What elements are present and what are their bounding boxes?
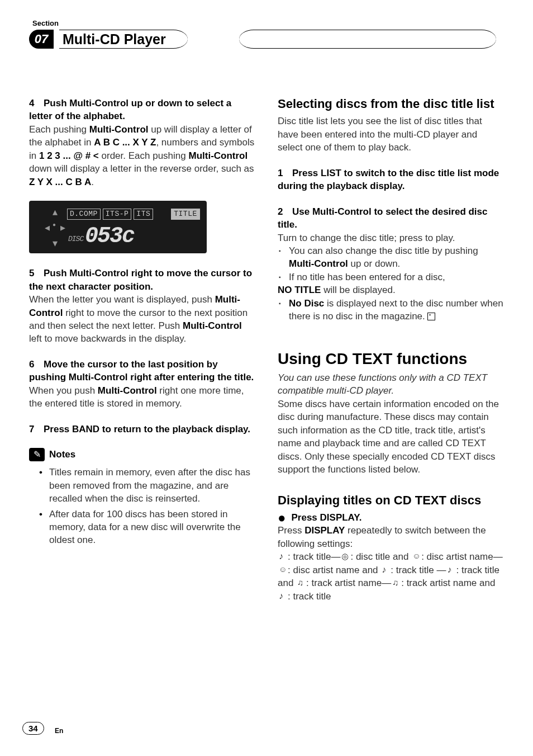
page: Section 07 Multi-CD Player 4Push Multi-C… — [0, 0, 533, 756]
page-title: Multi-CD Player — [63, 31, 166, 48]
text: : track artist name and — [401, 578, 495, 588]
bold: Z Y X ... C B A — [29, 177, 91, 187]
artist-icon — [278, 565, 288, 575]
pencil-icon: ✎ — [29, 448, 45, 461]
column-left: 4Push Multi-Control up or down to select… — [29, 97, 255, 603]
step-body: When the letter you want is displayed, p… — [29, 293, 255, 346]
arrow-left-icon: ◂ — [45, 221, 50, 235]
bold: A B C ... X Y Z — [94, 137, 156, 148]
notes-label: Notes — [49, 448, 75, 461]
lcd-big-text: 053c — [85, 221, 134, 252]
text: You can also change the disc title by pu… — [289, 245, 478, 256]
section-number-badge: 07 — [29, 30, 54, 49]
list-item: Titles remain in memory, even after the … — [39, 466, 255, 505]
step-press-display: ● Press DISPLAY. — [278, 511, 504, 524]
content-columns: 4Push Multi-Control up or down to select… — [29, 97, 504, 603]
header-line-left: Multi-CD Player — [59, 30, 188, 49]
step-number: 1 — [278, 167, 292, 179]
text: up or down. — [348, 258, 401, 269]
step-number: 2 — [278, 205, 292, 218]
text: : track title— — [288, 551, 340, 562]
header-line-right — [239, 30, 496, 49]
dot-icon: ● — [53, 221, 56, 229]
arrow-down-icon: ▾ — [53, 237, 58, 251]
lcd-disc-label: DISC — [68, 234, 83, 244]
track-artist-icon — [391, 578, 401, 588]
step-5: 5Push Multi-Control right to move the cu… — [29, 267, 255, 346]
step-4: 4Push Multi-Control up or down to select… — [29, 97, 255, 188]
bold: Multi-Control — [89, 124, 149, 135]
note-icon — [278, 591, 288, 601]
bold: No Disc — [289, 298, 324, 309]
no-title-line: NO TITLE will be displayed. — [278, 284, 504, 296]
notes-header: ✎ Notes — [29, 448, 255, 461]
text: When the letter you want is displayed, p… — [29, 294, 215, 305]
bullet-item: You can also change the disc title by pu… — [278, 244, 504, 271]
note-icon — [380, 565, 391, 575]
bullet-item: No Disc is displayed next to the disc nu… — [278, 297, 504, 323]
end-square-icon — [427, 313, 435, 320]
note-icon — [446, 565, 456, 575]
bold: NO TITLE — [278, 285, 321, 295]
text: . — [91, 177, 94, 187]
step-title: Push Multi-Control right to move the cur… — [29, 268, 252, 291]
step-body: Press DISPLAY repeatedly to switch betwe… — [278, 524, 504, 550]
column-right: Selecting discs from the disc title list… — [278, 97, 504, 603]
section-label: Section — [32, 19, 504, 27]
step-title: Press LIST to switch to the disc title l… — [278, 168, 499, 191]
intro-text: Some discs have certain information enco… — [278, 398, 504, 476]
text: : track artist name— — [306, 578, 391, 588]
intro-text: Disc title list lets you see the list of… — [278, 115, 504, 154]
page-language: En — [55, 727, 63, 735]
bold: Multi-Control — [183, 320, 242, 331]
text: order. Each pushing — [99, 150, 189, 161]
text: : disc artist name and — [288, 565, 380, 575]
italic-note: You can use these functions only with a … — [278, 371, 504, 398]
heading-cd-text: Using CD TEXT functions — [278, 350, 504, 368]
text: down will display a letter in the revers… — [29, 163, 254, 174]
step-number: 5 — [29, 267, 44, 280]
text: : disc title and — [350, 551, 411, 562]
bold: Multi-Control — [188, 150, 248, 161]
list-item: After data for 100 discs has been stored… — [39, 508, 255, 547]
bullet-item: If no title has been entered for a disc, — [278, 271, 504, 284]
bold: DISPLAY — [304, 525, 345, 536]
lcd-chip: ITS — [134, 209, 153, 220]
step-1: 1Press LIST to switch to the disc title … — [278, 167, 504, 193]
bold: Multi-Control — [289, 258, 348, 269]
disc-icon — [340, 551, 350, 561]
step-body-line: Turn to change the disc title; press to … — [278, 231, 504, 244]
arrow-right-icon: ▸ — [60, 221, 65, 235]
step-6: 6Move the cursor to the last position by… — [29, 358, 255, 410]
step-2: 2Use Multi-Control to select the desired… — [278, 205, 504, 323]
step-body: When you push Multi-Control right one mo… — [29, 384, 255, 410]
step-title: Press BAND to return to the playback dis… — [44, 424, 250, 434]
text: Press — [278, 525, 304, 536]
lcd-display-illustration: ▴ ◂ ▸ ▾ ● D.COMP ITS-P ITS TITLE DISC 05… — [29, 201, 207, 253]
header-left: 07 Multi-CD Player — [29, 30, 188, 49]
step-number: 7 — [29, 423, 44, 436]
text: left to move backwards in the display. — [29, 333, 186, 344]
lcd-chip: ITS-P — [103, 209, 132, 220]
lcd-chip: D.COMP — [67, 209, 101, 220]
page-number: 34 — [22, 722, 44, 735]
step-title: Use Multi-Control to select the desired … — [278, 206, 488, 230]
text: If no title has been entered for a disc, — [289, 272, 445, 282]
lcd-chip-active: TITLE — [171, 209, 200, 220]
notes-list: Titles remain in memory, even after the … — [29, 466, 255, 547]
text: Each pushing — [29, 124, 89, 135]
bold: 1 2 3 ... @ # < — [39, 150, 99, 161]
step-number: 4 — [29, 97, 44, 110]
bold: Multi-Control — [98, 385, 157, 396]
step-body: Each pushing Multi-Control up will displ… — [29, 123, 255, 188]
header-row: 07 Multi-CD Player — [29, 30, 504, 49]
text: When you push — [29, 385, 98, 396]
step-7: 7Press BAND to return to the playback di… — [29, 423, 255, 436]
artist-icon — [411, 551, 421, 561]
heading-selecting-discs: Selecting discs from the disc title list — [278, 97, 504, 111]
track-artist-icon — [296, 578, 306, 588]
arrow-up-icon: ▴ — [53, 205, 58, 219]
display-sequence: : track title—: disc title and : disc ar… — [278, 550, 504, 603]
text: : disc artist name— — [421, 551, 503, 562]
text: : track title — [288, 591, 331, 602]
